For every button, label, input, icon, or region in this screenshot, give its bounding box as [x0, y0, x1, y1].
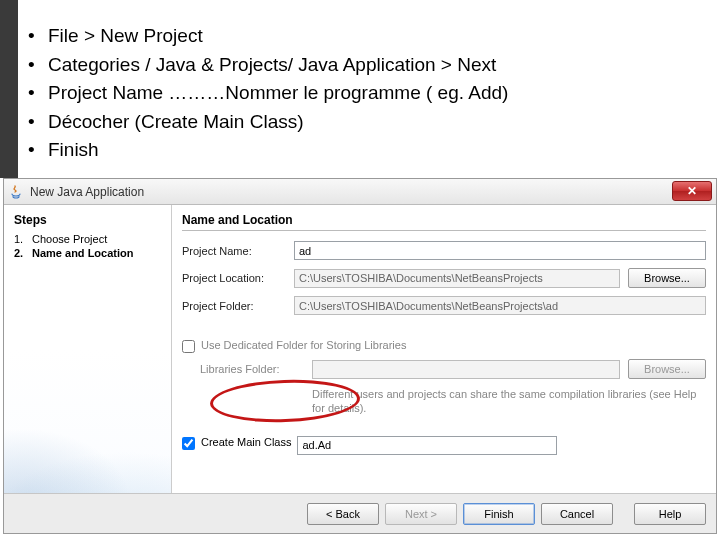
instruction-item: • Categories / Java & Projects/ Java App… — [28, 51, 700, 80]
instruction-text: Categories / Java & Projects/ Java Appli… — [48, 51, 496, 80]
deco-sidebar — [0, 0, 18, 178]
dedicated-folder-label: Use Dedicated Folder for Storing Librari… — [201, 339, 406, 351]
instruction-item: • Décocher (Create Main Class) — [28, 108, 700, 137]
steps-panel: Steps 1. Choose Project 2. Name and Loca… — [4, 205, 172, 493]
next-button: Next > — [385, 503, 457, 525]
libraries-folder-row: Libraries Folder: Browse... — [200, 359, 706, 379]
help-button[interactable]: Help — [634, 503, 706, 525]
wizard-titlebar: New Java Application ✕ — [4, 179, 716, 205]
finish-button[interactable]: Finish — [463, 503, 535, 525]
project-name-input[interactable] — [294, 241, 706, 260]
project-folder-label: Project Folder: — [182, 300, 294, 312]
browse-libraries-button: Browse... — [628, 359, 706, 379]
wizard-button-bar: < Back Next > Finish Cancel Help — [4, 493, 716, 533]
create-main-class-label: Create Main Class — [201, 436, 291, 448]
project-location-row: Project Location: Browse... — [182, 268, 706, 288]
cancel-button[interactable]: Cancel — [541, 503, 613, 525]
step-choose-project: 1. Choose Project — [14, 233, 161, 245]
libraries-folder-label: Libraries Folder: — [200, 363, 312, 375]
project-folder-row: Project Folder: — [182, 296, 706, 315]
create-main-class-row: Create Main Class — [182, 436, 706, 455]
section-header: Name and Location — [182, 213, 706, 231]
libraries-folder-input — [312, 360, 620, 379]
project-location-input[interactable] — [294, 269, 620, 288]
main-panel: Name and Location Project Name: Project … — [172, 205, 716, 493]
instruction-text: Finish — [48, 136, 99, 165]
instruction-text: File > New Project — [48, 22, 203, 51]
steps-header: Steps — [14, 213, 161, 227]
instruction-text: Décocher (Create Main Class) — [48, 108, 304, 137]
close-button[interactable]: ✕ — [672, 181, 712, 201]
step-name-location: 2. Name and Location — [14, 247, 161, 259]
create-main-class-checkbox[interactable] — [182, 437, 195, 450]
create-main-class-input[interactable] — [297, 436, 557, 455]
instruction-list: • File > New Project • Categories / Java… — [28, 22, 700, 165]
project-location-label: Project Location: — [182, 272, 294, 284]
instruction-text: Project Name ………Nommer le programme ( eg… — [48, 79, 508, 108]
dedicated-folder-checkbox[interactable] — [182, 340, 195, 353]
dedicated-folder-hint: Different users and projects can share t… — [312, 387, 706, 416]
new-project-wizard: New Java Application ✕ Steps 1. Choose P… — [3, 178, 717, 534]
instruction-item: • Project Name ………Nommer le programme ( … — [28, 79, 700, 108]
project-name-row: Project Name: — [182, 241, 706, 260]
project-name-label: Project Name: — [182, 245, 294, 257]
dedicated-folder-row: Use Dedicated Folder for Storing Librari… — [182, 339, 706, 353]
browse-location-button[interactable]: Browse... — [628, 268, 706, 288]
wizard-title: New Java Application — [30, 185, 144, 199]
java-icon — [8, 184, 24, 200]
instruction-item: • Finish — [28, 136, 700, 165]
instruction-item: • File > New Project — [28, 22, 700, 51]
close-icon: ✕ — [687, 184, 697, 198]
back-button[interactable]: < Back — [307, 503, 379, 525]
project-folder-input — [294, 296, 706, 315]
